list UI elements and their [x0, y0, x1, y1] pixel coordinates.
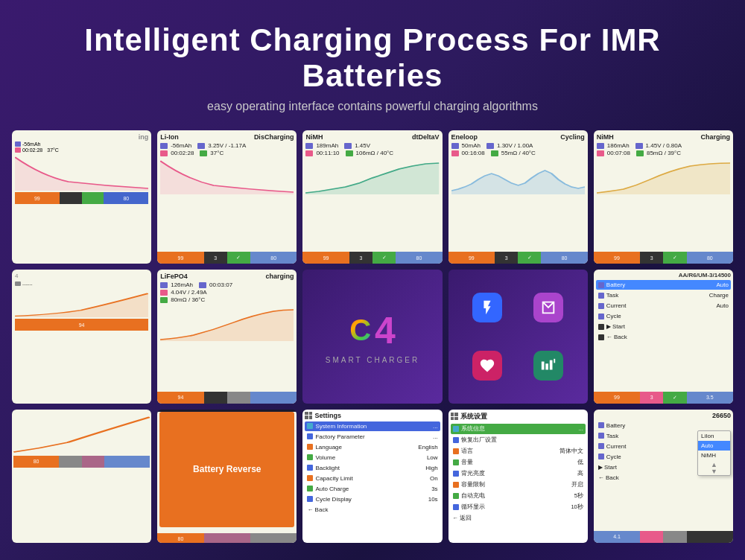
menu-title: AA/R6/UM-3/14500	[596, 272, 731, 279]
screen-lifepo4-charging: LiFePO4 charging 126mAh 00:03:07 4.04V /…	[157, 270, 297, 403]
scroll-arrows: ▲ ▼	[698, 462, 730, 475]
screen-battery-reverse: Battery Reverse 80	[157, 410, 297, 543]
settings-item-backlight[interactable]: Backlight High	[305, 463, 440, 473]
dropdown-item-battery[interactable]: Battery	[596, 421, 731, 430]
screen-partial-left-mid: 4 ....... 94	[12, 270, 151, 403]
screen-menu-aa: AA/R6/UM-3/14500 Battery Auto Task Charg…	[594, 270, 733, 403]
dropdown-popup: LiIon Auto NiMH ▲ ▼	[697, 430, 731, 476]
cn-item-factory[interactable]: 恢复出厂设置	[451, 435, 586, 445]
cn-item-autocharge[interactable]: 自动充电 5秒	[451, 491, 586, 501]
page-wrapper: Intelligent Charging Process For IMR Bat…	[0, 0, 745, 549]
menu-item-cycle[interactable]: Cycle	[596, 311, 731, 321]
battery-reverse-text: Battery Reverse	[159, 412, 294, 527]
screen-nimh-charging: NiMH Charging 186mAh 1.45V / 0.80A 00:07…	[594, 130, 733, 264]
screen-dropdown: 26650 Battery Task Curren	[594, 410, 733, 543]
svg-rect-1	[546, 364, 549, 370]
mode-label: Li-Ion	[160, 133, 179, 141]
cn-item-sysinfo[interactable]: 系统信息 ...	[451, 424, 586, 434]
menu-item-task[interactable]: Task Charge	[596, 290, 731, 300]
settings-item-language[interactable]: Language English	[305, 442, 440, 452]
screen-eneloop-cycling: Eneloop Cycling 50mAh 1.30V / 1.00A 00:1…	[448, 130, 588, 264]
cn-item-cycle[interactable]: 循环显示 10秒	[451, 502, 586, 512]
logo-c: C	[349, 314, 371, 347]
battery-label: Battery	[606, 281, 625, 288]
dropdown-option-nimh[interactable]: NiMH	[698, 451, 730, 460]
icon-battery-chart	[533, 351, 563, 381]
settings-item-back[interactable]: ← Back	[305, 505, 440, 515]
status-label: DisCharging	[254, 133, 294, 141]
cn-item-backlight[interactable]: 背光亮度 高	[451, 468, 586, 479]
page-title: Intelligent Charging Process For IMR Bat…	[15, 22, 730, 94]
screen-settings: Settings System Information ... Factory …	[302, 410, 442, 543]
screen-partial-left-bot: 80	[12, 410, 151, 543]
screen-partial-left-top: ing -56mAh 00:02:28 37°C 99	[12, 130, 151, 264]
cn-settings-title: 系统设置	[460, 412, 487, 421]
icon-favorite	[472, 351, 502, 381]
screen-cn-settings: 系统设置 系统信息 ... 恢复出厂设置	[448, 410, 588, 543]
menu-item-battery[interactable]: Battery Auto	[596, 280, 731, 290]
screen-icons	[448, 270, 588, 403]
icon-mail	[533, 293, 563, 322]
settings-item-factory[interactable]: Factory Parameter ...	[305, 432, 440, 442]
dropdown-option-liion[interactable]: LiIon	[698, 431, 730, 441]
dropdown-option-auto[interactable]: Auto	[698, 441, 730, 451]
cn-item-vol[interactable]: 音量 低	[451, 457, 586, 468]
screen-liion-discharging: Li-Ion DisCharging -56mAh 3.25V / -1.17A…	[157, 130, 297, 264]
svg-rect-3	[554, 359, 556, 363]
menu-item-back[interactable]: ← Back	[596, 332, 731, 342]
logo-subtitle: SMART CHARGER	[326, 356, 419, 364]
svg-rect-2	[550, 360, 553, 370]
settings-item-sysinfo[interactable]: System Information ...	[305, 421, 440, 431]
cn-item-lang[interactable]: 语言 简体中文	[451, 446, 586, 456]
settings-item-capacity[interactable]: Capacity Limit On	[305, 474, 440, 483]
menu-item-current[interactable]: Current Auto	[596, 301, 731, 311]
dropdown-battery-label: Battery	[606, 422, 625, 429]
logo-4: 4	[375, 309, 396, 352]
screen-logo: C 4 SMART CHARGER	[302, 270, 442, 403]
svg-rect-0	[542, 362, 545, 370]
screen-nimh-dtdeltav: NiMH dtDeltaV 189mAh 1.45V 00:11:10 106m…	[302, 130, 442, 264]
battery-value: Auto	[717, 281, 729, 288]
icon-charge	[472, 293, 502, 322]
settings-item-autocharge[interactable]: Auto Charge 3s	[305, 484, 440, 494]
menu-item-start[interactable]: ▶ Start	[596, 322, 731, 331]
cn-item-capacity[interactable]: 容量限制 开启	[451, 480, 586, 490]
sysinfo-label: System Information	[315, 423, 367, 430]
settings-item-volume[interactable]: Volume Low	[305, 453, 440, 462]
settings-title-label: Settings	[314, 412, 341, 419]
cn-item-back[interactable]: ← 返回	[451, 513, 586, 524]
header: Intelligent Charging Process For IMR Bat…	[0, 0, 745, 124]
dropdown-title: 26650	[596, 412, 731, 419]
settings-item-cycle[interactable]: Cycle Display 10s	[305, 494, 440, 504]
page-subtitle: easy operating interface contains powerf…	[15, 100, 730, 113]
screens-grid: ing -56mAh 00:02:28 37°C 99	[0, 124, 745, 549]
